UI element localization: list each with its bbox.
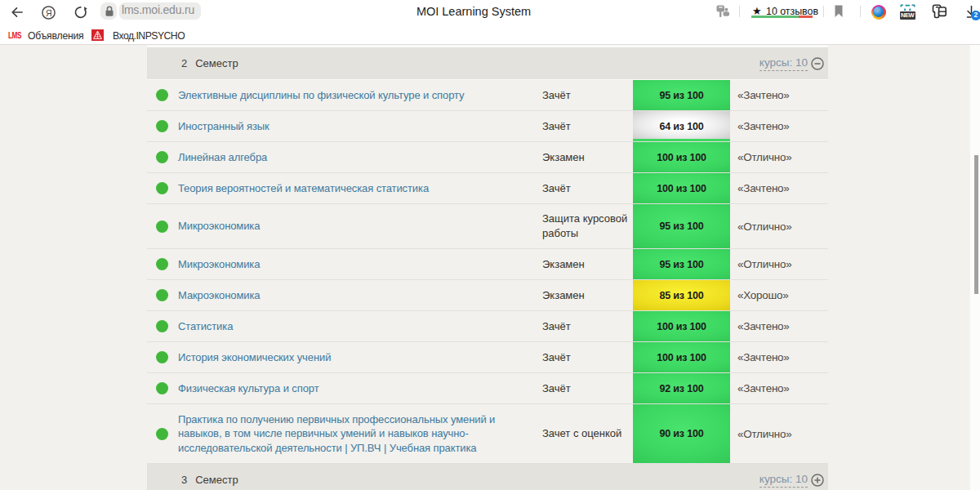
svg-text:Я: Я xyxy=(46,7,52,17)
